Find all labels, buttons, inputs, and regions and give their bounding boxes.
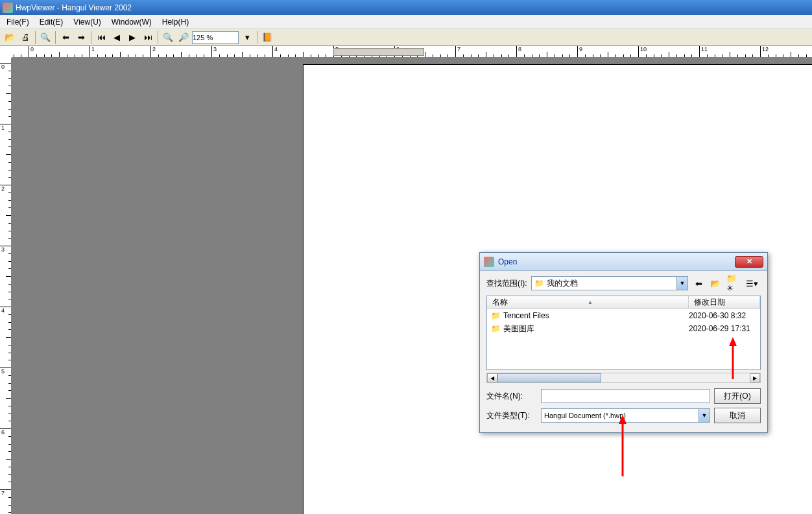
new-folder-icon[interactable]: 📁✳ — [726, 277, 739, 290]
dialog-titlebar[interactable]: Open ✕ — [480, 253, 767, 271]
open-button[interactable]: 打开(O) — [714, 388, 761, 404]
menubar: File(F) Edit(E) View(U) Window(W) Help(H… — [0, 15, 812, 29]
separator — [35, 31, 36, 44]
column-date[interactable]: 修改日期 — [689, 296, 760, 309]
scroll-thumb[interactable] — [497, 373, 601, 382]
filename-label: 文件名(N): — [486, 391, 537, 402]
menu-file[interactable]: File(F) — [1, 16, 34, 28]
lookin-label: 查找范围(I): — [486, 278, 527, 289]
open-icon[interactable]: 📂 — [3, 30, 17, 45]
list-item[interactable]: 📁 Tencent Files 2020-06-30 8:32 — [487, 309, 760, 322]
app-icon — [3, 3, 13, 13]
zoom-in-icon[interactable]: 🔍 — [161, 30, 175, 45]
separator — [91, 31, 91, 44]
prev-page-icon[interactable]: ◀ — [110, 30, 124, 45]
arrow-right-icon[interactable]: ➡ — [74, 30, 88, 45]
open-dialog: Open ✕ 查找范围(I): 📁 我的文档 ▼ ⬅ 📂 📁✳ ☰▾ 名称 ▲ — [479, 252, 768, 433]
list-item[interactable]: 📁 美图图库 2020-06-29 17:31 — [487, 322, 760, 335]
file-date: 2020-06-30 8:32 — [689, 311, 756, 320]
vertical-ruler: 2101234567891011121314 — [0, 58, 12, 514]
scroll-track[interactable] — [497, 373, 750, 382]
sort-asc-icon: ▲ — [588, 299, 593, 305]
file-name: Tencent Files — [503, 311, 689, 320]
help-icon[interactable]: 📙 — [260, 30, 274, 45]
cancel-button[interactable]: 取消 — [714, 408, 761, 423]
dialog-title-text: Open — [498, 257, 735, 266]
horizontal-ruler: 43210123456789101112131415161718 — [12, 46, 812, 58]
lookin-value: 我的文档 — [547, 278, 578, 289]
zoom-select[interactable] — [192, 31, 239, 44]
find-icon[interactable]: 🔍 — [38, 30, 53, 45]
menu-window[interactable]: Window(W) — [106, 16, 157, 28]
toolbar: 📂 🖨 🔍 ⬅ ➡ ⏮ ◀ ▶ ⏭ 🔍 🔎 ▾ 📙 — [0, 29, 812, 46]
titlebar-text: HwpViewer - Hangul Viewer 2002 — [16, 3, 132, 12]
scroll-right-icon[interactable]: ▶ — [750, 373, 760, 382]
next-page-icon[interactable]: ▶ — [125, 30, 139, 45]
horizontal-scrollbar[interactable]: ◀ ▶ — [486, 373, 761, 383]
filetype-value: Hangul Document (*.hwp) — [544, 412, 626, 419]
separator — [257, 31, 257, 44]
scroll-left-icon[interactable]: ◀ — [487, 373, 497, 382]
file-date: 2020-06-29 17:31 — [689, 324, 756, 333]
zoom-out-icon[interactable]: 🔎 — [176, 30, 191, 45]
zoom-dropdown-icon[interactable]: ▾ — [240, 30, 254, 45]
column-name[interactable]: 名称 ▲ — [487, 296, 689, 309]
back-icon[interactable]: ⬅ — [692, 277, 705, 290]
folder-icon: 📁 — [491, 324, 501, 333]
folder-icon: 📁 — [534, 279, 544, 288]
chevron-down-icon[interactable]: ▼ — [676, 277, 687, 290]
menu-edit[interactable]: Edit(E) — [34, 16, 69, 28]
file-list: 名称 ▲ 修改日期 📁 Tencent Files 2020-06-30 8:3… — [486, 296, 761, 370]
close-icon[interactable]: ✕ — [735, 256, 763, 268]
filetype-combo[interactable]: Hangul Document (*.hwp) ▼ — [541, 408, 710, 423]
separator — [55, 31, 56, 44]
print-icon[interactable]: 🖨 — [18, 30, 32, 45]
menu-help[interactable]: Help(H) — [157, 16, 194, 28]
filetype-label: 文件类型(T): — [486, 410, 537, 421]
up-folder-icon[interactable]: 📂 — [709, 277, 722, 290]
file-list-header: 名称 ▲ 修改日期 — [487, 296, 760, 309]
menu-view[interactable]: View(U) — [68, 16, 106, 28]
file-name: 美图图库 — [503, 323, 689, 334]
filename-input[interactable] — [541, 389, 710, 403]
first-page-icon[interactable]: ⏮ — [94, 30, 108, 45]
arrow-left-icon[interactable]: ⬅ — [58, 30, 73, 45]
chevron-down-icon[interactable]: ▼ — [699, 409, 710, 422]
dialog-icon — [484, 257, 494, 267]
views-icon[interactable]: ☰▾ — [743, 277, 761, 290]
last-page-icon[interactable]: ⏭ — [141, 30, 155, 45]
folder-icon: 📁 — [491, 311, 501, 320]
separator — [158, 31, 158, 44]
lookin-combo[interactable]: 📁 我的文档 ▼ — [531, 276, 688, 290]
titlebar: HwpViewer - Hangul Viewer 2002 — [0, 0, 812, 15]
